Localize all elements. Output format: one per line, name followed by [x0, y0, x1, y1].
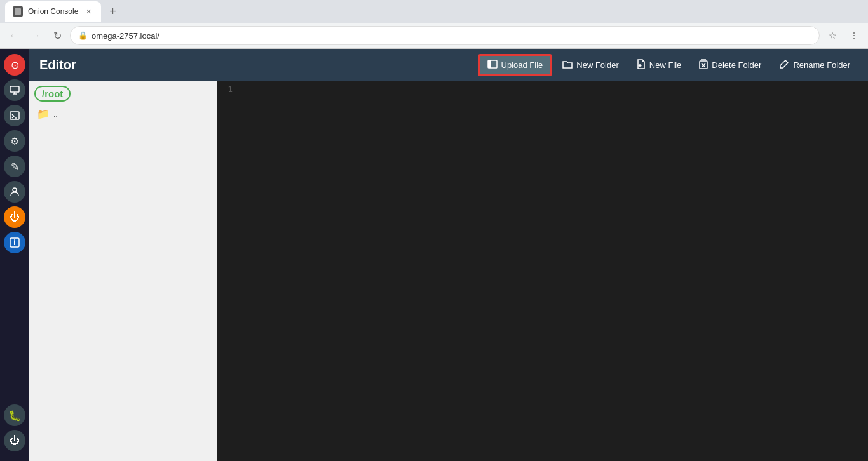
settings-icon[interactable]: ⚙ [4, 130, 25, 152]
line-number: 1 [220, 83, 233, 96]
new-folder-label: New Folder [576, 60, 618, 70]
terminal-icon[interactable] [4, 105, 25, 126]
upload-file-button[interactable]: Upload File [478, 54, 553, 76]
upload-icon [487, 60, 498, 70]
svg-rect-12 [488, 60, 491, 62]
rename-folder-label: Rename Folder [793, 60, 850, 70]
rename-folder-button[interactable]: Rename Folder [771, 55, 858, 75]
back-button[interactable]: ← [5, 27, 23, 44]
svg-rect-0 [15, 8, 21, 15]
new-tab-button[interactable]: + [104, 3, 121, 20]
svg-rect-1 [10, 86, 19, 92]
power-icon[interactable]: ⏻ [4, 206, 25, 228]
editor-body: /root 📁 .. 1 [29, 81, 868, 461]
bookmark-button[interactable]: ☆ [824, 27, 841, 44]
url-security-icon: 🔒 [78, 31, 88, 40]
file-tree: /root 📁 .. [29, 81, 217, 461]
new-file-icon [637, 59, 646, 71]
sidebar-bottom: 🐛 ⏻ [4, 404, 25, 457]
svg-point-6 [13, 188, 17, 192]
folder-icon: 📁 [37, 108, 50, 120]
menu-button[interactable]: ⋮ [845, 27, 863, 44]
delete-folder-label: Delete Folder [712, 60, 761, 70]
info-icon[interactable] [4, 232, 25, 253]
code-content[interactable] [238, 81, 868, 461]
page-title: Editor [39, 58, 478, 72]
new-file-button[interactable]: New File [629, 55, 689, 75]
forward-button[interactable]: → [27, 27, 44, 44]
code-editor: 1 [217, 81, 868, 461]
editor-icon[interactable]: ✎ [4, 156, 25, 177]
power-bottom-icon[interactable]: ⏻ [4, 430, 25, 451]
delete-folder-button[interactable]: Delete Folder [691, 55, 769, 75]
monitor-icon[interactable] [4, 79, 25, 101]
toolbar: Upload File New Folder [478, 54, 858, 76]
editor-header: Editor Upload File [29, 49, 868, 81]
tab-title: Onion Console [28, 7, 78, 16]
address-bar: ← → ↻ 🔒 omega-2757.local/ ☆ ⋮ [0, 23, 868, 48]
reload-button[interactable]: ↻ [48, 27, 66, 44]
new-folder-button[interactable]: New Folder [555, 56, 626, 74]
tab-close-button[interactable]: ✕ [83, 6, 93, 17]
rename-folder-icon [779, 59, 789, 71]
file-tree-root[interactable]: /root [34, 86, 71, 102]
tab-bar: Onion Console ✕ + [0, 0, 868, 23]
delete-folder-icon [699, 59, 708, 71]
file-tree-item-label: .. [53, 110, 58, 119]
url-box[interactable]: 🔒 omega-2757.local/ [70, 26, 820, 45]
app-layout: ⊙ ⚙ ✎ ⏻ [0, 49, 868, 461]
new-folder-icon [562, 60, 573, 70]
user-icon[interactable] [4, 181, 25, 203]
new-file-label: New File [649, 60, 682, 70]
home-icon[interactable]: ⊙ [4, 54, 25, 76]
line-numbers: 1 [217, 81, 238, 461]
list-item[interactable]: 📁 .. [34, 107, 212, 121]
main-content: Editor Upload File [29, 49, 868, 461]
bug-icon[interactable]: 🐛 [4, 404, 25, 426]
tab-favicon [13, 6, 23, 17]
sidebar: ⊙ ⚙ ✎ ⏻ [0, 49, 29, 461]
active-tab[interactable]: Onion Console ✕ [5, 1, 101, 22]
browser-chrome: Onion Console ✕ + ← → ↻ 🔒 omega-2757.loc… [0, 0, 868, 49]
upload-file-label: Upload File [501, 60, 543, 70]
url-input[interactable]: omega-2757.local/ [92, 31, 811, 41]
svg-point-9 [14, 239, 15, 241]
